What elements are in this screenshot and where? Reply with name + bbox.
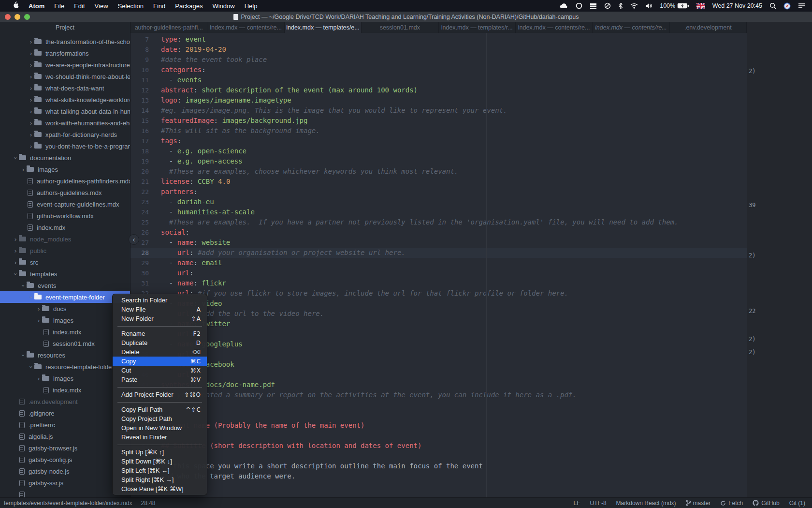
menu-item-split-right-k[interactable]: Split Right [⌘K →] — [113, 475, 207, 484]
tab-index.mdx-contents-re...[interactable]: index.mdx — contents/re... — [207, 22, 284, 33]
menu-item-split-down-k[interactable]: Split Down [⌘K ↓] — [113, 457, 207, 466]
tree-item-transformations[interactable]: ›transformations — [0, 47, 130, 59]
menu-item-search-in-folder[interactable]: Search in Folder — [113, 296, 207, 305]
menu-item-atom[interactable]: Atom — [24, 2, 49, 10]
tree-item-you-dont-have-to-be-a-programm[interactable]: ›you-dont-have-to-be-a-programm — [0, 140, 130, 152]
minimize-window-button[interactable] — [14, 14, 20, 20]
menu-item-rename[interactable]: RenameF2 — [113, 329, 207, 338]
tree-item-algolia.js[interactable]: algolia.js — [0, 431, 130, 442]
zoom-window-button[interactable] — [24, 14, 30, 20]
tab-index.mdx-contents-re...[interactable]: index.mdx — contents/re... — [593, 22, 669, 33]
menu-item-copy[interactable]: Copy⌘C — [113, 357, 207, 366]
menu-item-copy-project-path[interactable]: Copy Project Path — [113, 414, 207, 423]
tree-item-resources[interactable]: ›resources — [0, 349, 130, 361]
bluetooth-icon[interactable] — [618, 2, 623, 9]
code-line-41[interactable]: 41synthesis: docs/doc-name.pdf — [130, 380, 747, 390]
tree-item-work-with-ehumanities-and-eherit[interactable]: ›work-with-ehumanities-and-eherit — [0, 117, 130, 129]
menu-item-selection[interactable]: Selection — [113, 2, 148, 10]
chevron-right-icon[interactable]: › — [35, 305, 42, 313]
code-line-16[interactable]: 16#This will sit as the background image… — [130, 126, 747, 136]
chevron-down-icon[interactable]: › — [20, 282, 27, 289]
code-line-37[interactable]: 37 - name: googleplus — [130, 339, 747, 349]
status-line-ending[interactable]: LF — [574, 500, 580, 507]
menu-item-copy-full-path[interactable]: Copy Full Path^⇧C — [113, 405, 207, 414]
code-line-13[interactable]: 13logo: images/imagename.imagetype — [130, 95, 747, 105]
menu-item-packages[interactable]: Packages — [170, 2, 207, 10]
chevron-down-icon[interactable]: › — [12, 154, 19, 161]
code-line-30[interactable]: 30 url: — [130, 268, 747, 278]
code-line-14[interactable]: 14#eg. images/image.png. This is the ima… — [130, 105, 747, 116]
chevron-right-icon[interactable]: › — [35, 375, 42, 382]
tab-author-guidelines-pathfi...[interactable]: author-guidelines-pathfi... — [130, 22, 207, 33]
code-line-9[interactable]: 9#date the event took place — [130, 55, 747, 65]
menu-item-find[interactable]: Find — [148, 2, 170, 10]
tree-item-what-does-data-want[interactable]: ›what-does-data-want — [0, 82, 130, 94]
code-line-36[interactable]: 36 url: — [130, 329, 747, 339]
code-line-20[interactable]: 20 #These are examples, choose whichever… — [130, 166, 747, 177]
tab-session01.mdx[interactable]: session01.mdx — [362, 22, 438, 33]
code-line-22[interactable]: 22partners: — [130, 187, 747, 197]
spotlight-search-icon[interactable] — [769, 2, 776, 9]
tree-item-images[interactable]: ›images — [0, 373, 130, 384]
status-fetch[interactable]: Fetch — [720, 500, 743, 507]
tree-item-gatsby-ssr.js[interactable]: gatsby-ssr.js — [0, 477, 130, 489]
uk-flag-icon[interactable] — [696, 3, 705, 9]
menu-item-split-left-k[interactable]: Split Left [⌘K ←] — [113, 466, 207, 475]
tree-item-gatsby-browser.js[interactable]: gatsby-browser.js — [0, 442, 130, 454]
code-line-38[interactable]: 38 url: — [130, 349, 747, 359]
code-line-25[interactable]: 25 #These are examples. If you have a pa… — [130, 217, 747, 227]
chevron-right-icon[interactable]: › — [28, 85, 34, 92]
tab-index.mdx-contents-re...[interactable]: index.mdx — contents/re... — [516, 22, 593, 33]
menu-item-reveal-in-finder[interactable]: Reveal in Finder — [113, 433, 207, 442]
menu-item-new-folder[interactable]: New Folder⇧A — [113, 314, 207, 323]
tree-item-session01.mdx[interactable]: session01.mdx — [0, 338, 130, 349]
chevron-down-icon[interactable]: › — [12, 270, 19, 277]
code-line-48[interactable]: 48 — [130, 451, 747, 461]
chevron-right-icon[interactable]: › — [20, 166, 27, 173]
menu-item-open-in-new-window[interactable]: Open in New Window — [113, 423, 207, 433]
tree-item-resource-template-folder[interactable]: ›resource-template-folder — [0, 361, 130, 373]
code-line-33[interactable]: 33 - name: video — [130, 299, 747, 309]
code-line-29[interactable]: 29 - name: email — [130, 258, 747, 268]
code-line-39[interactable]: 39 - name: facebook — [130, 359, 747, 370]
creative-cloud-icon[interactable] — [576, 2, 582, 9]
chevron-right-icon[interactable]: › — [12, 236, 19, 243]
menu-item-help[interactable]: Help — [240, 2, 262, 10]
menu-item-file[interactable]: File — [49, 2, 69, 10]
tree-item-.env.development[interactable]: .env.development — [0, 396, 130, 407]
code-line-42[interactable]: 42#if you created a summary or report on… — [130, 390, 747, 400]
close-window-button[interactable] — [5, 14, 11, 20]
tree-item[interactable] — [0, 489, 130, 497]
chevron-right-icon[interactable]: › — [28, 73, 34, 80]
tab-.env.development[interactable]: .env.development — [670, 22, 747, 33]
chevron-right-icon[interactable]: › — [28, 143, 34, 150]
tab-index.mdx-templates-r...[interactable]: index.mdx — templates/r... — [439, 22, 516, 33]
tree-item-github-workflow.mdx[interactable]: github-workflow.mdx — [0, 210, 130, 222]
layers-stack-icon[interactable] — [590, 3, 597, 9]
code-line-40[interactable]: 40 url: — [130, 370, 747, 380]
menu-item-new-file[interactable]: New FileA — [113, 305, 207, 314]
status-github[interactable]: GitHub — [753, 500, 779, 507]
battery-indicator[interactable]: 100% — [660, 2, 689, 9]
tree-item-.prettierrc[interactable]: .prettierrc — [0, 419, 130, 431]
menu-item-split-up-k[interactable]: Split Up [⌘K ↑] — [113, 448, 207, 457]
menu-item-view[interactable]: View — [90, 2, 113, 10]
chevron-right-icon[interactable]: › — [28, 38, 34, 45]
tree-item-documentation[interactable]: ›documentation — [0, 152, 130, 164]
chevron-down-icon[interactable]: › — [28, 294, 35, 300]
menu-bar-clock[interactable]: Wed 27 Nov 20:45 — [712, 2, 762, 9]
code-line-31[interactable]: 31 - name: flickr — [130, 278, 747, 288]
status-git-branch[interactable]: master — [686, 500, 711, 507]
code-line-7[interactable]: 7type: event — [130, 34, 747, 45]
code-line-45[interactable]: 45# Event name (Probably the name of the… — [130, 420, 747, 431]
code-line-11[interactable]: 11 - events — [130, 75, 747, 85]
code-line-10[interactable]: 10categories: — [130, 65, 747, 75]
menu-item-cut[interactable]: Cut⌘X — [113, 366, 207, 375]
code-line-34[interactable]: 34 url: #add the url to the video here. — [130, 309, 747, 319]
notification-list-icon[interactable] — [798, 3, 805, 9]
tree-item-index.mdx[interactable]: index.mdx — [0, 222, 130, 233]
tree-item-public[interactable]: ›public — [0, 245, 130, 256]
tree-item-authors-guidelines.mdx[interactable]: authors-guidelines.mdx — [0, 187, 130, 198]
chevron-right-icon[interactable]: › — [12, 247, 19, 254]
status-cursor-position[interactable]: 28:48 — [132, 500, 155, 507]
